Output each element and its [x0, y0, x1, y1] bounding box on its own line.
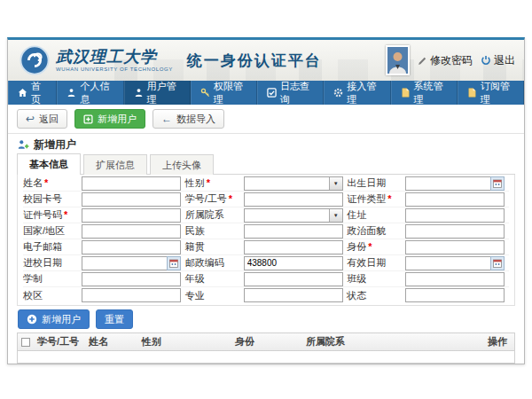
data-import-button[interactable]: ← 数据导入: [153, 109, 224, 129]
id-type-input[interactable]: [405, 192, 505, 207]
field-label: 籍贯: [185, 240, 244, 254]
enrollment-date-input[interactable]: [82, 256, 167, 270]
schooling-length-input[interactable]: [82, 272, 181, 286]
tab-basic-info[interactable]: 基本信息: [17, 153, 81, 175]
user-icon: [134, 88, 144, 98]
section-header: 新增用户: [8, 134, 524, 155]
required-mark: *: [44, 177, 48, 188]
field-address: 住址: [347, 208, 509, 223]
required-mark: *: [368, 241, 372, 252]
col-gender: 性别: [138, 335, 231, 348]
field-student-staff-id: 学号/工号*: [185, 192, 348, 207]
app-header: 武汉理工大学 WUHAN UNIVERSITY OF TECHNOLOGY 统一…: [8, 40, 524, 81]
document-icon: [467, 88, 477, 98]
nav-tab-label: 接入管理: [347, 80, 380, 106]
calendar-icon[interactable]: [490, 176, 505, 191]
field-gender: 性别* ▼: [185, 176, 348, 191]
form-tabs: 基本信息 扩展信息 上传头像: [17, 155, 515, 175]
nav-tab-user-management[interactable]: 用户管理: [124, 81, 191, 105]
student-staff-id-input[interactable]: [244, 192, 343, 207]
basic-info-form: 姓名* 性别* ▼ 出生日期 校园卡号 学号/工号* 证件类型*: [17, 175, 515, 306]
nav-tab-subscription-management[interactable]: 订阅管理: [458, 81, 524, 105]
field-label: 年级: [185, 272, 244, 286]
table-body-empty: [18, 351, 514, 363]
calendar-icon[interactable]: [167, 256, 181, 270]
back-button[interactable]: ↩ 返回: [17, 109, 67, 129]
class-input[interactable]: [405, 272, 505, 286]
back-label: 返回: [39, 113, 59, 126]
department-select[interactable]: ▼: [244, 208, 343, 223]
avatar[interactable]: [386, 45, 410, 75]
country-region-input[interactable]: [82, 224, 181, 239]
status-input[interactable]: [405, 288, 505, 302]
field-label: 国家/地区: [23, 224, 82, 238]
native-place-input[interactable]: [244, 240, 343, 254]
field-postal-code: 邮政编码: [185, 256, 348, 270]
change-password-link[interactable]: 修改密码: [418, 53, 473, 68]
form-row: 国家/地区 民族 政治面貌: [23, 223, 509, 239]
form-row: 进校日期 邮政编码 有效日期: [23, 255, 509, 271]
email-input[interactable]: [82, 240, 181, 254]
field-label: 学号/工号*: [185, 192, 244, 206]
identity-input[interactable]: [405, 240, 505, 254]
birth-date-input[interactable]: [405, 176, 490, 191]
gear-icon: [333, 88, 343, 98]
field-identity: 身份*: [347, 240, 509, 254]
submit-add-user-button[interactable]: 新增用户: [18, 309, 90, 329]
field-political-status: 政治面貌: [347, 224, 509, 239]
form-actions: 新增用户 重置: [8, 306, 524, 332]
campus-input[interactable]: [82, 288, 181, 302]
field-class: 班级: [347, 272, 509, 286]
reset-label: 重置: [105, 313, 124, 326]
field-label: 学制: [23, 272, 82, 286]
nav-tab-home[interactable]: 首页: [8, 81, 57, 105]
university-logo-icon: [20, 45, 50, 75]
gender-select[interactable]: ▼: [244, 176, 343, 191]
id-number-input[interactable]: [82, 208, 181, 223]
page-title: 统一身份认证平台: [187, 51, 322, 71]
calendar-icon[interactable]: [490, 256, 505, 270]
field-ethnicity: 民族: [185, 224, 348, 239]
field-label: 班级: [347, 272, 405, 286]
nav-tab-personal-info[interactable]: 个人信息: [57, 81, 123, 105]
col-department: 所属院系: [302, 335, 484, 348]
political-status-input[interactable]: [405, 224, 505, 239]
submit-label: 新增用户: [42, 313, 81, 326]
col-identity: 身份: [231, 335, 302, 348]
form-row: 电子邮箱 籍贯 身份*: [23, 239, 509, 255]
field-country-region: 国家/地区: [23, 224, 185, 239]
ethnicity-input[interactable]: [244, 224, 343, 239]
form-row: 姓名* 性别* ▼ 出生日期: [23, 176, 509, 192]
address-input[interactable]: [405, 208, 505, 223]
campus-card-no-input[interactable]: [82, 192, 181, 207]
field-label: 政治面貌: [347, 224, 405, 238]
back-icon: ↩: [26, 113, 35, 124]
tab-upload-photo[interactable]: 上传头像: [150, 154, 214, 175]
name-input[interactable]: [82, 176, 181, 191]
grade-input[interactable]: [244, 272, 343, 286]
app-window: 武汉理工大学 WUHAN UNIVERSITY OF TECHNOLOGY 统一…: [7, 37, 525, 364]
section-title: 新增用户: [34, 137, 76, 153]
logout-link[interactable]: 退出: [481, 53, 515, 68]
postal-code-input[interactable]: [244, 256, 343, 270]
user-table: 学号/工号 姓名 性别 身份 所属院系 操作: [17, 332, 515, 364]
home-icon: [18, 88, 27, 98]
reset-button[interactable]: 重置: [96, 309, 133, 329]
valid-date-input[interactable]: [405, 256, 490, 270]
form-row: 学制 年级 班级: [23, 271, 509, 287]
nav-tab-system-management[interactable]: 系统管理: [391, 81, 458, 105]
nav-tab-log-query[interactable]: 日志查询: [257, 81, 324, 105]
tab-extended-info[interactable]: 扩展信息: [83, 154, 147, 175]
field-label: 性别*: [185, 176, 244, 190]
field-label: 进校日期: [23, 256, 82, 270]
form-row: 校区 专业 状态: [23, 287, 509, 303]
nav-tab-access-management[interactable]: 接入管理: [324, 81, 390, 105]
field-campus: 校区: [23, 288, 185, 302]
main-nav: 首页 个人信息 用户管理 权限管理 日志查询 接入管理 系统管理 订阅管理: [8, 81, 524, 105]
field-label: 证件号码*: [23, 208, 82, 222]
select-all-checkbox[interactable]: [21, 338, 30, 347]
nav-tab-permission-management[interactable]: 权限管理: [191, 81, 257, 105]
field-name: 姓名*: [23, 176, 185, 191]
major-input[interactable]: [244, 288, 343, 302]
add-user-button[interactable]: 新增用户: [74, 109, 145, 129]
